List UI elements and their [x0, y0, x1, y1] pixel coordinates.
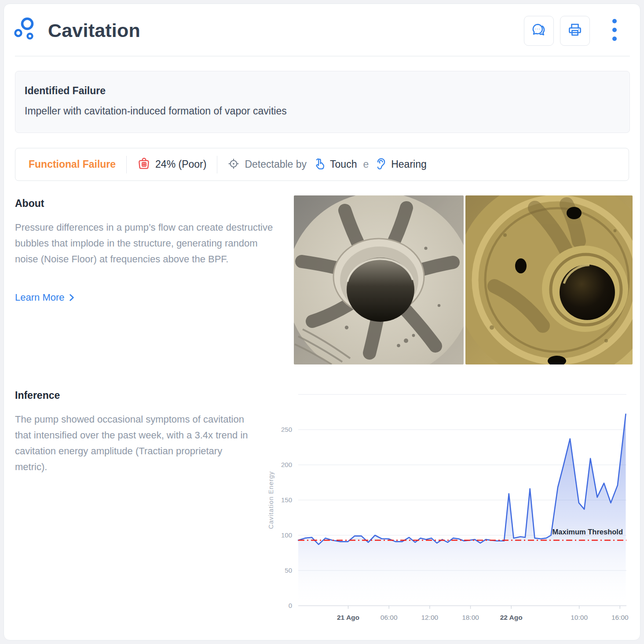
identified-failure-box [15, 71, 630, 133]
svg-text:100: 100 [281, 531, 292, 539]
crosshair-icon [228, 158, 239, 171]
failure-type-badge: Functional Failure [29, 158, 116, 170]
conjunction: e [363, 158, 369, 170]
svg-text:12:00: 12:00 [421, 614, 438, 621]
detectable-by-label: Detectable by [245, 158, 307, 170]
page-title: Cavitation [48, 20, 140, 41]
health-status: 24% (Poor) [137, 157, 206, 172]
svg-text:Cavitation Energy: Cavitation Energy [267, 471, 274, 529]
impeller-photo-right [465, 195, 633, 364]
about-paragraph: Pressure differences in a pump’s flow ca… [15, 220, 282, 267]
learn-more-label: Learn More [15, 292, 65, 303]
svg-text:16:00: 16:00 [611, 614, 629, 621]
identified-failure-title: Identified Failure [25, 85, 106, 97]
status-divider [126, 156, 127, 173]
svg-text:150: 150 [281, 496, 292, 504]
identified-failure-description: Impeller with cavitation-induced formati… [25, 105, 287, 117]
failure-status-bar: Functional Failure 24% (Poor) [15, 148, 629, 181]
header-divider [15, 56, 630, 56]
svg-text:06:00: 06:00 [381, 614, 398, 621]
chevron-right-icon [69, 293, 74, 302]
svg-text:18:00: 18:00 [462, 614, 479, 621]
ear-icon [375, 158, 387, 172]
svg-text:22 Ago: 22 Ago [500, 614, 523, 621]
impeller-photo-left [294, 195, 464, 364]
svg-text:250: 250 [281, 426, 292, 433]
svg-text:200: 200 [281, 461, 292, 468]
chat-button[interactable] [524, 16, 554, 46]
svg-text:21 Ago: 21 Ago [337, 614, 359, 621]
svg-text:Maximum Threshold: Maximum Threshold [553, 528, 623, 536]
about-heading: About [15, 198, 44, 210]
printer-icon [567, 22, 583, 40]
status-divider [217, 156, 217, 173]
print-button[interactable] [560, 16, 590, 46]
cavitation-bubbles-logo-icon [14, 16, 39, 41]
cavitation-report-card: Cavitation [4, 4, 640, 640]
health-value: 24% (Poor) [155, 158, 206, 170]
chat-icon [531, 22, 547, 40]
inference-heading: Inference [15, 390, 60, 401]
detect-method-touch: Touch [330, 158, 357, 170]
cavitation-energy-chart: Maximum Threshold 050100150200250Cavitat… [247, 392, 640, 633]
first-aid-icon [137, 157, 151, 172]
kebab-menu-icon [612, 18, 617, 44]
chart-series-area [298, 414, 626, 606]
inference-paragraph: The pump showed occasional symptoms of c… [15, 412, 256, 475]
learn-more-link[interactable]: Learn More [15, 292, 74, 303]
detect-method-hearing: Hearing [391, 158, 427, 170]
svg-text:0: 0 [289, 602, 292, 609]
more-options-button[interactable] [604, 16, 625, 45]
svg-text:10:00: 10:00 [571, 614, 588, 621]
svg-text:50: 50 [285, 567, 292, 574]
touch-icon [314, 158, 326, 172]
detectable-group: Detectable by Touch e Hearing [228, 158, 426, 172]
